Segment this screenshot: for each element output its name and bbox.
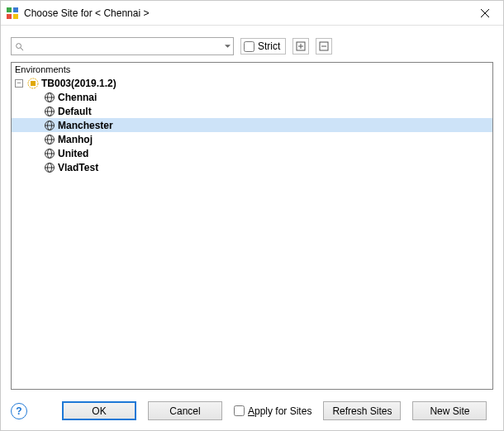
apply-checkbox[interactable]	[234, 405, 245, 416]
apply-for-sites-toggle[interactable]: Apply for Sites	[234, 405, 311, 417]
globe-icon	[43, 91, 56, 104]
app-icon	[6, 7, 19, 20]
tree-root-label: TB003(2019.1.2)	[41, 78, 116, 89]
collapse-all-button[interactable]	[316, 38, 332, 54]
svg-rect-2	[7, 14, 12, 19]
search-input[interactable]	[26, 39, 221, 54]
server-icon	[26, 77, 40, 90]
svg-rect-15	[31, 81, 36, 86]
expand-all-icon	[296, 41, 306, 51]
ok-label: OK	[92, 405, 106, 417]
dialog-window: Choose Site for < Chennai > Strict	[0, 0, 504, 431]
expander-icon[interactable]: −	[15, 79, 23, 88]
svg-rect-3	[13, 14, 18, 19]
search-icon	[12, 42, 26, 51]
tree-item-label: Default	[58, 106, 92, 117]
new-site-button[interactable]: New Site	[412, 401, 487, 420]
close-button[interactable]	[466, 1, 503, 26]
tree-item-label: Manhoj	[58, 134, 93, 145]
search-field[interactable]	[11, 37, 234, 55]
globe-icon	[43, 105, 56, 118]
strict-label: Strict	[258, 40, 280, 52]
cancel-label: Cancel	[169, 405, 200, 417]
titlebar: Choose Site for < Chennai >	[1, 1, 503, 26]
tree-item[interactable]: Manchester	[12, 118, 492, 132]
tree-header: Environments	[12, 63, 492, 76]
tree-item[interactable]: Default	[12, 104, 492, 118]
tree-root-row[interactable]: − TB003(2019.1.2)	[12, 76, 492, 90]
strict-toggle[interactable]: Strict	[240, 38, 286, 54]
tree-item-label: United	[58, 148, 88, 159]
cancel-button[interactable]: Cancel	[148, 401, 222, 420]
refresh-label: Refresh Sites	[332, 405, 392, 417]
search-dropdown-icon[interactable]	[221, 45, 233, 48]
svg-marker-8	[225, 45, 231, 48]
svg-line-7	[20, 47, 22, 50]
environments-tree: Environments − TB003(2019.1.2) ChennaiDe…	[11, 62, 493, 390]
help-button[interactable]: ?	[11, 403, 27, 419]
expand-all-button[interactable]	[292, 38, 309, 54]
svg-rect-0	[7, 7, 12, 12]
toolbar: Strict	[1, 26, 503, 62]
button-bar: ? OK Cancel Apply for Sites Refresh Site…	[1, 390, 503, 430]
globe-icon	[43, 161, 56, 174]
window-title: Choose Site for < Chennai >	[24, 7, 466, 19]
tree-item[interactable]: United	[12, 146, 492, 160]
tree-item-label: Chennai	[58, 92, 97, 103]
tree-item-label: VladTest	[58, 162, 98, 173]
close-icon	[481, 9, 489, 17]
new-site-label: New Site	[430, 405, 469, 417]
svg-point-6	[16, 43, 21, 48]
strict-checkbox[interactable]	[244, 41, 254, 52]
svg-rect-1	[13, 7, 18, 12]
collapse-all-icon	[319, 41, 329, 51]
apply-label: Apply for Sites	[248, 405, 311, 417]
globe-icon	[43, 147, 56, 160]
tree-item[interactable]: Manhoj	[12, 132, 492, 146]
ok-button[interactable]: OK	[62, 401, 136, 420]
tree-item[interactable]: VladTest	[12, 160, 492, 174]
help-icon: ?	[16, 405, 21, 417]
refresh-sites-button[interactable]: Refresh Sites	[323, 401, 401, 420]
globe-icon	[43, 133, 56, 146]
tree-body[interactable]: − TB003(2019.1.2) ChennaiDefaultManchest…	[12, 76, 492, 389]
globe-icon	[43, 119, 56, 132]
tree-item-label: Manchester	[58, 120, 113, 131]
tree-item[interactable]: Chennai	[12, 90, 492, 104]
